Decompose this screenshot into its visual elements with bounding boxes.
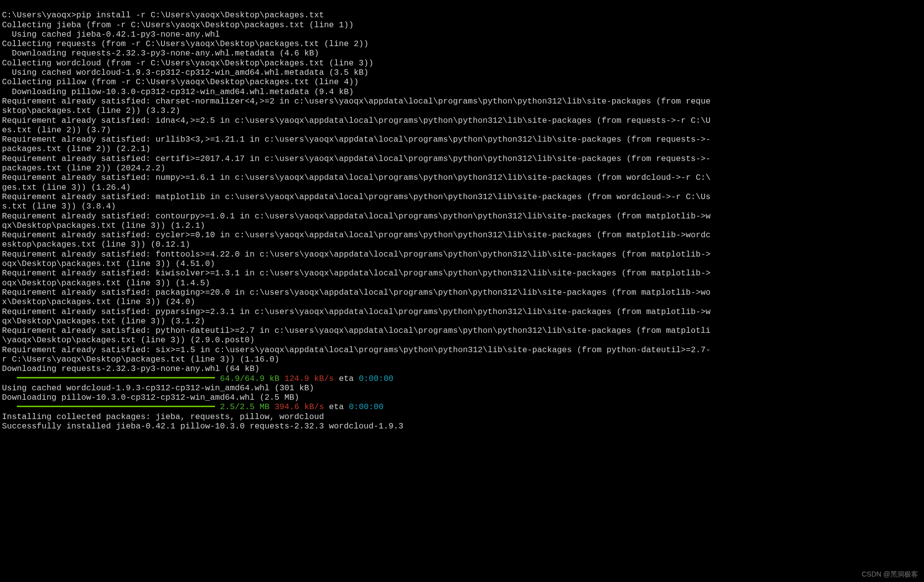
output-line: Requirement already satisfied: six>=1.5 … <box>2 345 922 355</box>
output-line: Downloading requests-2.32.3-py3-none-any… <box>2 364 922 373</box>
output-line: Requirement already satisfied: charset-n… <box>2 97 922 106</box>
output-line: Requirement already satisfied: matplotli… <box>2 192 922 202</box>
command-line: C:\Users\yaoqx>pip install -r C:\Users\y… <box>2 10 922 20</box>
progress-eta-2: 0:00:00 <box>349 402 383 412</box>
output-line: \yaoqx\Desktop\packages.txt (line 3)) (2… <box>2 335 922 345</box>
output-line: Successfully installed jieba-0.42.1 pill… <box>2 422 922 431</box>
output-line: x\Desktop\packages.txt (line 3)) (24.0) <box>2 297 922 307</box>
output-line: Using cached wordcloud-1.9.3-cp312-cp312… <box>2 68 922 77</box>
output-line: oqx\Desktop\packages.txt (line 3)) (4.51… <box>2 259 922 268</box>
eta-label-1: eta <box>334 374 359 383</box>
eta-label-2: eta <box>324 402 349 412</box>
output-line: packages.txt (line 2)) (2.2.1) <box>2 144 922 154</box>
progress-speed-2: 394.6 kB/s <box>274 402 324 412</box>
output-line: sktop\packages.txt (line 2)) (3.3.2) <box>2 106 922 115</box>
output-line: es.txt (line 2)) (3.7) <box>2 125 922 135</box>
output-line: Requirement already satisfied: cycler>=0… <box>2 230 922 240</box>
output-line: Collecting pillow (from -r C:\Users\yaoq… <box>2 77 922 87</box>
output-line: Requirement already satisfied: urllib3<3… <box>2 135 922 144</box>
output-line: qx\Desktop\packages.txt (line 3)) (1.2.1… <box>2 221 922 230</box>
progress-size-1: 64.9/64.9 kB <box>220 374 279 383</box>
output-line: s.txt (line 3)) (3.8.4) <box>2 202 922 211</box>
output-line: Requirement already satisfied: packaging… <box>2 288 922 297</box>
output-line: Requirement already satisfied: kiwisolve… <box>2 268 922 278</box>
progress-bar-2 <box>17 406 215 407</box>
output-line: esktop\packages.txt (line 3)) (0.12.1) <box>2 240 922 249</box>
typed-command: pip install -r C:\Users\yaoqx\Desktop\pa… <box>76 10 324 20</box>
output-line: oqx\Desktop\packages.txt (line 3)) (1.4.… <box>2 278 922 288</box>
output-line: packages.txt (line 2)) (2024.2.2) <box>2 163 922 173</box>
output-line: qx\Desktop\packages.txt (line 3)) (3.1.2… <box>2 317 922 326</box>
output-line: Downloading pillow-10.3.0-cp312-cp312-wi… <box>2 393 922 402</box>
output-line: Requirement already satisfied: certifi>=… <box>2 154 922 163</box>
output-line: Downloading pillow-10.3.0-cp312-cp312-wi… <box>2 87 922 97</box>
output-line: Collecting wordcloud (from -r C:\Users\y… <box>2 58 922 68</box>
output-line: Downloading requests-2.32.3-py3-none-any… <box>2 49 922 58</box>
terminal-output[interactable]: C:\Users\yaoqx>pip install -r C:\Users\y… <box>0 0 924 432</box>
output-line: Requirement already satisfied: idna<4,>=… <box>2 116 922 125</box>
output-line: Requirement already satisfied: python-da… <box>2 326 922 335</box>
output-line: Using cached wordcloud-1.9.3-cp312-cp312… <box>2 383 922 393</box>
output-line: Requirement already satisfied: contourpy… <box>2 212 922 221</box>
output-line: r C:\Users\yaoqx\Desktop\packages.txt (l… <box>2 355 922 364</box>
watermark: CSDN @黑洞极客 <box>862 570 918 579</box>
shell-prompt: C:\Users\yaoqx> <box>2 10 76 20</box>
progress-speed-1: 124.9 kB/s <box>284 374 334 383</box>
output-line: Requirement already satisfied: fonttools… <box>2 250 922 259</box>
progress-eta-1: 0:00:00 <box>359 374 393 383</box>
progress-line-1: 64.9/64.9 kB 124.9 kB/s eta 0:00:00 <box>2 374 922 383</box>
output-line: Using cached jieba-0.42.1-py3-none-any.w… <box>2 30 922 39</box>
progress-bar-1 <box>17 377 215 378</box>
output-line: ges.txt (line 3)) (1.26.4) <box>2 183 922 192</box>
output-line: Requirement already satisfied: pyparsing… <box>2 307 922 317</box>
progress-size-2: 2.5/2.5 MB <box>220 402 270 412</box>
output-line: Collecting requests (from -r C:\Users\ya… <box>2 39 922 49</box>
progress-line-2: 2.5/2.5 MB 394.6 kB/s eta 0:00:00 <box>2 402 922 412</box>
output-line: Installing collected packages: jieba, re… <box>2 412 922 422</box>
output-line: Collecting jieba (from -r C:\Users\yaoqx… <box>2 20 922 30</box>
output-line: Requirement already satisfied: numpy>=1.… <box>2 173 922 182</box>
